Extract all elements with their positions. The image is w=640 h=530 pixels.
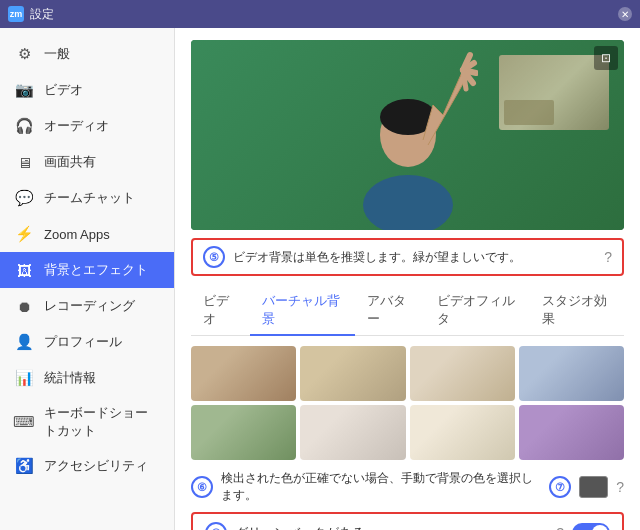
detect-text: 検出された色が正確でない場合、手動で背景の色を選択します。 <box>221 470 541 504</box>
detect-number-badge: ⑥ <box>191 476 213 498</box>
sidebar: ⚙ 一般 📷 ビデオ 🎧 オーディオ 🖥 画面共有 💬 チームチャット ⚡ Zo… <box>0 28 175 530</box>
video-preview: ⊡ <box>191 40 624 230</box>
color-picker-number-badge: ⑦ <box>549 476 571 498</box>
sidebar-icon-teamchat: 💬 <box>14 188 34 208</box>
sidebar-icon-general: ⚙ <box>14 44 34 64</box>
sidebar-icon-zoomapps: ⚡ <box>14 224 34 244</box>
sidebar-icon-keyboard: ⌨ <box>14 412 34 432</box>
content-area: ⊡ ⑤ ビデオ背景は単色を推奨します。緑が望ましいです。 ? ビデオバーチャル背… <box>175 28 640 530</box>
background-item-6[interactable] <box>300 405 405 460</box>
detect-row: ⑥ 検出された色が正確でない場合、手動で背景の色を選択します。 ⑦ ? <box>191 470 624 504</box>
greenscreen-help-icon[interactable]: ? <box>556 525 564 530</box>
sidebar-item-background[interactable]: 🖼 背景とエフェクト <box>0 252 174 288</box>
sidebar-label-general: 一般 <box>44 45 70 63</box>
sidebar-label-recording: レコーディング <box>44 297 135 315</box>
sidebar-label-background: 背景とエフェクト <box>44 261 148 279</box>
background-item-1[interactable] <box>191 346 296 401</box>
background-grid <box>191 346 624 460</box>
sidebar-icon-accessibility: ♿ <box>14 456 34 476</box>
preview-room-overlay <box>499 55 609 130</box>
alert-text: ビデオ背景は単色を推奨します。緑が望ましいです。 <box>233 249 596 266</box>
sidebar-item-teamchat[interactable]: 💬 チームチャット <box>0 180 174 216</box>
sidebar-label-teamchat: チームチャット <box>44 189 135 207</box>
sidebar-item-zoomapps[interactable]: ⚡ Zoom Apps <box>0 216 174 252</box>
sidebar-item-stats[interactable]: 📊 統計情報 <box>0 360 174 396</box>
alert-number-badge: ⑤ <box>203 246 225 268</box>
tab-avatar[interactable]: アバター <box>355 286 425 336</box>
background-item-3[interactable] <box>410 346 515 401</box>
greenscreen-number-badge: ④ <box>205 522 227 530</box>
sidebar-item-audio[interactable]: 🎧 オーディオ <box>0 108 174 144</box>
sidebar-icon-profile: 👤 <box>14 332 34 352</box>
background-item-5[interactable] <box>191 405 296 460</box>
sidebar-item-profile[interactable]: 👤 プロフィール <box>0 324 174 360</box>
sidebar-label-zoomapps: Zoom Apps <box>44 227 110 242</box>
sidebar-label-audio: オーディオ <box>44 117 109 135</box>
background-item-2[interactable] <box>300 346 405 401</box>
sidebar-icon-audio: 🎧 <box>14 116 34 136</box>
tab-studio[interactable]: スタジオ効果 <box>530 286 624 336</box>
sidebar-item-keyboard[interactable]: ⌨ キーボードショートカット <box>0 396 174 448</box>
sidebar-item-accessibility[interactable]: ♿ アクセシビリティ <box>0 448 174 484</box>
main-container: ⚙ 一般 📷 ビデオ 🎧 オーディオ 🖥 画面共有 💬 チームチャット ⚡ Zo… <box>0 28 640 530</box>
background-item-8[interactable] <box>519 405 624 460</box>
sidebar-label-accessibility: アクセシビリティ <box>44 457 148 475</box>
sidebar-item-recording[interactable]: ⏺ レコーディング <box>0 288 174 324</box>
greenscreen-label: グリーンバックがある <box>235 524 548 530</box>
close-button[interactable]: ✕ <box>618 7 632 21</box>
preview-corner-button[interactable]: ⊡ <box>594 46 618 70</box>
sidebar-label-video: ビデオ <box>44 81 83 99</box>
sidebar-item-video[interactable]: 📷 ビデオ <box>0 72 174 108</box>
sidebar-item-general[interactable]: ⚙ 一般 <box>0 36 174 72</box>
sidebar-label-keyboard: キーボードショートカット <box>44 404 160 440</box>
tab-virtual-bg[interactable]: バーチャル背景 <box>250 286 355 336</box>
sidebar-icon-recording: ⏺ <box>14 296 34 316</box>
preview-person-svg <box>338 45 478 230</box>
background-item-7[interactable] <box>410 405 515 460</box>
tab-filter[interactable]: ビデオフィルタ <box>425 286 530 336</box>
svg-line-7 <box>463 70 466 89</box>
toggle-knob <box>592 525 608 530</box>
titlebar-left: zm 設定 <box>8 6 54 23</box>
titlebar: zm 設定 ✕ <box>0 0 640 28</box>
titlebar-title: 設定 <box>30 6 54 23</box>
titlebar-controls: ✕ <box>618 7 632 21</box>
tab-video[interactable]: ビデオ <box>191 286 250 336</box>
tabs-container: ビデオバーチャル背景アバタービデオフィルタスタジオ効果 <box>191 286 624 336</box>
greenscreen-toggle[interactable] <box>572 523 610 530</box>
sidebar-label-screenshare: 画面共有 <box>44 153 96 171</box>
greenscreen-toggle-container <box>572 523 610 530</box>
sidebar-item-screenshare[interactable]: 🖥 画面共有 <box>0 144 174 180</box>
greenscreen-row: ④ グリーンバックがある ? <box>191 512 624 530</box>
svg-point-0 <box>363 175 453 230</box>
sidebar-label-profile: プロフィール <box>44 333 122 351</box>
sidebar-icon-stats: 📊 <box>14 368 34 388</box>
background-item-4[interactable] <box>519 346 624 401</box>
sidebar-label-stats: 統計情報 <box>44 369 96 387</box>
alert-banner: ⑤ ビデオ背景は単色を推奨します。緑が望ましいです。 ? <box>191 238 624 276</box>
sidebar-icon-background: 🖼 <box>14 260 34 280</box>
app-logo: zm <box>8 6 24 22</box>
color-picker-button[interactable] <box>579 476 609 498</box>
alert-help-icon[interactable]: ? <box>604 249 612 265</box>
detect-help-icon[interactable]: ? <box>616 479 624 495</box>
sidebar-icon-video: 📷 <box>14 80 34 100</box>
sidebar-icon-screenshare: 🖥 <box>14 152 34 172</box>
